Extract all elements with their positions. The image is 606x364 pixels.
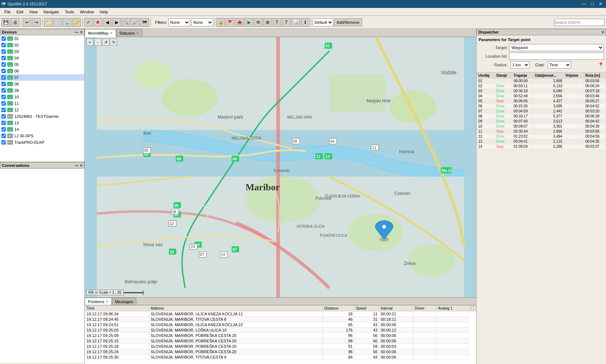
tab-positions[interactable]: Positions ✕ [85,298,112,305]
device-row[interactable]: 🚌 13 [0,120,84,126]
device-row[interactable]: 🚌 04 [0,55,84,61]
menu-navigate[interactable]: Navigate [40,9,62,15]
list-item[interactable]: 08 Drive 00:33:17 5,377 00:06:28 [477,114,606,119]
tb-btn-back[interactable]: ◀ [103,18,111,27]
table-row[interactable]: 19.12.17 09:25:03 SLOVENIJA: MARIBOR, LO… [85,328,476,333]
tab-messages[interactable]: Messages [112,298,136,305]
location-list-input[interactable] [509,53,604,60]
device-checkbox[interactable] [1,114,6,119]
table-row[interactable]: 19.12.17 09:25:30 SLOVENIJA: MARIBOR, TI… [85,355,476,360]
tab-statuses[interactable]: Statuses ✕ [116,29,142,37]
list-item[interactable]: 05 Stop 00:06:06 4,427 00:05:27 [477,99,606,104]
device-checkbox[interactable] [1,140,6,145]
device-checkbox[interactable] [1,101,6,106]
dispatcher-panel-close[interactable]: ✕ [601,30,604,34]
table-row[interactable]: 19.12.17 09:24:45 SLOVENIJA: MARIBOR, TI… [85,317,476,322]
tb-btn-undo[interactable]: ↩ [23,18,31,27]
list-item[interactable]: 07 Drive 00:04:59 2,442 00:03:20 [477,109,606,114]
tb-btn-grid[interactable]: ⊞ [263,18,272,27]
device-checkbox[interactable] [1,75,6,80]
tb-btn-export[interactable]: 📤 [235,18,244,27]
close-button[interactable]: ✕ [597,1,605,6]
table-row[interactable]: 19.12.17 09:25:15 SLOVENIJA: MARIBOR, PO… [85,338,476,344]
menu-file[interactable]: File [1,9,14,15]
menu-edit[interactable]: Edit [14,9,26,15]
map-rotate-right[interactable]: ↻ [110,39,117,46]
tb-btn-lock[interactable]: 🔒 [216,18,225,27]
device-row[interactable]: GPS LJ 30-SPS [0,133,84,139]
tab-monolitmap-close[interactable]: ✕ [110,31,113,35]
tb-btn-5[interactable]: 🔑 [72,18,81,27]
device-checkbox[interactable] [1,121,6,125]
tb-btn-forward[interactable]: ▶ [112,18,121,27]
device-checkbox[interactable] [1,69,6,73]
device-checkbox[interactable] [1,82,6,86]
menu-window[interactable]: Window [77,9,97,15]
tab-statuses-close[interactable]: ✕ [136,31,139,35]
device-row[interactable]: 🚌 06 [0,68,84,74]
device-checkbox[interactable] [1,49,6,54]
device-checkbox[interactable] [1,95,6,99]
tb-btn-zoom[interactable]: 🔎 [131,18,140,27]
map-zoom-in[interactable]: + [86,39,93,46]
device-row[interactable]: 🚌 07 [0,74,84,81]
conversations-panel-close[interactable]: ✕ [80,164,83,168]
add-remove-button[interactable]: Add/Remove [334,18,362,26]
map-pin-icon[interactable]: 📍 [598,62,604,68]
tb-btn-check[interactable]: ✔ [84,18,93,27]
list-item[interactable]: 06 Drive 00:15:30 3,695 00:04:52 [477,104,606,109]
device-row[interactable]: 🚌 09 [0,87,84,94]
maximize-button[interactable]: □ [589,1,596,6]
list-item[interactable]: 01 00:00:00 2,668 00:03:56 [477,79,606,84]
tb-btn-search[interactable]: 🔍 [122,18,130,27]
devices-panel-minimize[interactable]: — [75,30,78,34]
target-select[interactable]: Waypoint [509,44,604,51]
tb-btn-redo[interactable]: ↪ [32,18,41,27]
tb-btn-save[interactable]: 💿 [53,18,62,27]
tb-btn-play[interactable]: ▶ [245,18,253,27]
radius-select[interactable]: 1 km500 m2 km5 km [510,61,530,68]
tb-btn-open[interactable]: 📁 [44,18,53,27]
list-item[interactable]: 14 Stop 01:09:59 2,288 00:03:37 [477,144,606,149]
tb-btn-chart[interactable]: 📊 [291,18,300,27]
filter-select-1[interactable]: NoneAllActiveInactive [168,18,190,26]
device-checkbox[interactable] [1,43,6,47]
table-row[interactable]: 19.12.17 09:25:24 SLOVENIJA: MARIBOR, PO… [85,349,476,355]
list-item[interactable]: 13 Drive 00:04:41 2,115 00:04:35 [477,139,606,144]
device-checkbox[interactable] [1,127,6,132]
device-checkbox[interactable] [1,134,6,138]
device-row[interactable]: 🚌 12 [0,107,84,113]
device-row[interactable]: 🚌 05 [0,61,84,68]
search-input[interactable] [554,19,605,26]
table-row[interactable]: 19.12.17 09:06:34 SLOVENIJA: MARIBOR, UL… [85,311,476,317]
device-row[interactable]: 🚌 01 [0,35,84,42]
device-row[interactable]: 🚌 02 [0,42,84,48]
tb-btn-map[interactable]: 🗺 [140,18,149,27]
conversations-panel-minimize[interactable]: — [75,164,78,168]
tb-btn-info[interactable]: ℹ [301,18,309,27]
device-row[interactable]: 🚌 14 [0,126,84,133]
list-item[interactable]: 10 Drive 00:09:07 3,301 00:04:39 [477,124,606,129]
tb-btn-flag[interactable]: 🚩 [226,18,234,27]
default-select[interactable]: Default [313,18,333,26]
list-item[interactable]: 02 Drive 00:59:11 6,133 00:06:34 [477,84,606,89]
table-row[interactable]: 19.12.17 09:24:51 SLOVENIJA: MARIBOR, UL… [85,322,476,328]
device-row[interactable]: GPS 12524862 - TESTGarmin [0,113,84,120]
list-item[interactable]: 11 Stop 03:30:44 2,696 00:03:56 [477,129,606,134]
tb-btn-1[interactable]: 💾 [1,18,10,27]
list-item[interactable]: 09 Drive 00:07:40 3,613 00:04:42 [477,119,606,124]
device-checkbox[interactable] [1,56,6,60]
menu-view[interactable]: View [26,9,41,15]
list-item[interactable]: 03 Drive 00:36:18 6,040 00:07:18 [477,89,606,94]
tb-btn-t1[interactable]: T [273,18,281,27]
tab-monolitmap[interactable]: MonolitMap ✕ [85,29,116,37]
map-rotate-left[interactable]: ↺ [102,39,109,46]
device-checkbox[interactable] [1,36,6,41]
cost-select[interactable]: TimeDistance [548,61,571,68]
table-row[interactable]: 19.12.17 09:25:18 SLOVENIJA: MARIBOR, PO… [85,344,476,349]
tb-btn-cross[interactable]: ✖ [93,18,102,27]
menu-tools[interactable]: Tools [62,9,77,15]
minimize-button[interactable]: — [580,1,588,6]
device-row[interactable]: 🚌 10 [0,94,84,100]
device-checkbox[interactable] [1,88,6,93]
